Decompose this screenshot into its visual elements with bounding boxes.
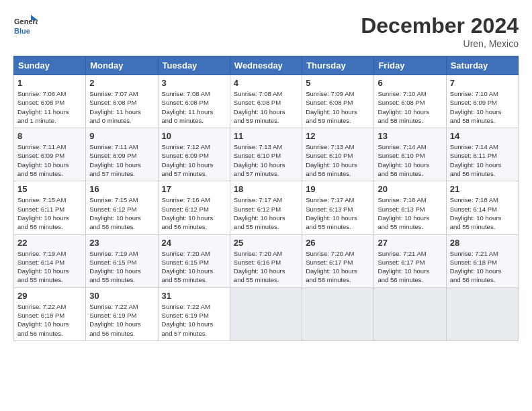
day-info: Sunrise: 7:10 AMSunset: 6:09 PMDaylight:… xyxy=(450,89,515,125)
calendar-cell xyxy=(374,287,446,340)
day-number: 27 xyxy=(378,238,442,248)
weekday-header-friday: Friday xyxy=(374,56,446,75)
calendar-cell: 6Sunrise: 7:10 AMSunset: 6:08 PMDaylight… xyxy=(374,75,446,128)
day-info: Sunrise: 7:09 AMSunset: 6:08 PMDaylight:… xyxy=(306,89,370,125)
calendar-cell: 19Sunrise: 7:17 AMSunset: 6:13 PMDayligh… xyxy=(302,181,374,234)
day-info: Sunrise: 7:21 AMSunset: 6:17 PMDaylight:… xyxy=(378,249,442,285)
day-info: Sunrise: 7:13 AMSunset: 6:10 PMDaylight:… xyxy=(306,142,370,178)
day-info: Sunrise: 7:22 AMSunset: 6:19 PMDaylight:… xyxy=(89,302,154,338)
logo-svg: General Blue xyxy=(13,13,38,38)
svg-text:Blue: Blue xyxy=(14,27,30,35)
calendar-week-row: 22Sunrise: 7:19 AMSunset: 6:14 PMDayligh… xyxy=(14,234,519,287)
calendar-cell: 11Sunrise: 7:13 AMSunset: 6:10 PMDayligh… xyxy=(230,128,302,181)
day-number: 24 xyxy=(162,238,226,248)
title-area: December 2024 Uren, Mexico xyxy=(361,13,519,49)
calendar-cell: 21Sunrise: 7:18 AMSunset: 6:14 PMDayligh… xyxy=(446,181,518,234)
location: Uren, Mexico xyxy=(361,38,519,49)
day-number: 21 xyxy=(450,184,515,194)
weekday-header-tuesday: Tuesday xyxy=(158,56,230,75)
weekday-header-saturday: Saturday xyxy=(446,56,518,75)
day-info: Sunrise: 7:12 AMSunset: 6:09 PMDaylight:… xyxy=(162,142,226,178)
day-info: Sunrise: 7:15 AMSunset: 6:11 PMDaylight:… xyxy=(17,195,82,231)
calendar-cell: 17Sunrise: 7:16 AMSunset: 6:12 PMDayligh… xyxy=(158,181,230,234)
day-number: 12 xyxy=(306,131,370,141)
calendar-cell: 22Sunrise: 7:19 AMSunset: 6:14 PMDayligh… xyxy=(14,234,86,287)
calendar-cell: 15Sunrise: 7:15 AMSunset: 6:11 PMDayligh… xyxy=(14,181,86,234)
day-info: Sunrise: 7:21 AMSunset: 6:18 PMDaylight:… xyxy=(450,249,515,285)
day-info: Sunrise: 7:18 AMSunset: 6:14 PMDaylight:… xyxy=(450,195,515,231)
day-info: Sunrise: 7:18 AMSunset: 6:13 PMDaylight:… xyxy=(378,195,442,231)
day-info: Sunrise: 7:11 AMSunset: 6:09 PMDaylight:… xyxy=(17,142,82,178)
calendar-cell: 24Sunrise: 7:20 AMSunset: 6:15 PMDayligh… xyxy=(158,234,230,287)
calendar-cell: 5Sunrise: 7:09 AMSunset: 6:08 PMDaylight… xyxy=(302,75,374,128)
calendar-week-row: 29Sunrise: 7:22 AMSunset: 6:18 PMDayligh… xyxy=(14,287,519,340)
day-info: Sunrise: 7:17 AMSunset: 6:12 PMDaylight:… xyxy=(234,195,298,231)
calendar-cell: 31Sunrise: 7:22 AMSunset: 6:19 PMDayligh… xyxy=(158,287,230,340)
day-number: 20 xyxy=(378,184,442,194)
day-number: 16 xyxy=(89,184,154,194)
calendar-cell: 8Sunrise: 7:11 AMSunset: 6:09 PMDaylight… xyxy=(14,128,86,181)
logo: General Blue xyxy=(13,13,38,38)
day-info: Sunrise: 7:11 AMSunset: 6:09 PMDaylight:… xyxy=(89,142,154,178)
day-number: 14 xyxy=(450,131,515,141)
day-info: Sunrise: 7:10 AMSunset: 6:08 PMDaylight:… xyxy=(378,89,442,125)
weekday-header-sunday: Sunday xyxy=(14,56,86,75)
calendar-cell: 25Sunrise: 7:20 AMSunset: 6:16 PMDayligh… xyxy=(230,234,302,287)
calendar-cell: 4Sunrise: 7:08 AMSunset: 6:08 PMDaylight… xyxy=(230,75,302,128)
calendar-week-row: 15Sunrise: 7:15 AMSunset: 6:11 PMDayligh… xyxy=(14,181,519,234)
day-number: 31 xyxy=(162,291,226,301)
day-number: 5 xyxy=(306,78,370,88)
day-info: Sunrise: 7:20 AMSunset: 6:17 PMDaylight:… xyxy=(306,249,370,285)
day-number: 22 xyxy=(17,238,82,248)
day-number: 28 xyxy=(450,238,515,248)
calendar-cell: 7Sunrise: 7:10 AMSunset: 6:09 PMDaylight… xyxy=(446,75,518,128)
calendar-cell: 1Sunrise: 7:06 AMSunset: 6:08 PMDaylight… xyxy=(14,75,86,128)
day-number: 6 xyxy=(378,78,442,88)
day-info: Sunrise: 7:22 AMSunset: 6:19 PMDaylight:… xyxy=(162,302,226,338)
day-number: 4 xyxy=(234,78,298,88)
weekday-header-monday: Monday xyxy=(86,56,158,75)
calendar-cell: 2Sunrise: 7:07 AMSunset: 6:08 PMDaylight… xyxy=(86,75,158,128)
calendar-cell xyxy=(230,287,302,340)
day-info: Sunrise: 7:08 AMSunset: 6:08 PMDaylight:… xyxy=(234,89,298,125)
day-number: 11 xyxy=(234,131,298,141)
day-number: 1 xyxy=(17,78,82,88)
day-info: Sunrise: 7:16 AMSunset: 6:12 PMDaylight:… xyxy=(162,195,226,231)
calendar-cell: 14Sunrise: 7:14 AMSunset: 6:11 PMDayligh… xyxy=(446,128,518,181)
calendar-cell: 28Sunrise: 7:21 AMSunset: 6:18 PMDayligh… xyxy=(446,234,518,287)
calendar-cell: 13Sunrise: 7:14 AMSunset: 6:10 PMDayligh… xyxy=(374,128,446,181)
calendar-cell xyxy=(446,287,518,340)
calendar-cell: 9Sunrise: 7:11 AMSunset: 6:09 PMDaylight… xyxy=(86,128,158,181)
day-info: Sunrise: 7:22 AMSunset: 6:18 PMDaylight:… xyxy=(17,302,82,338)
day-info: Sunrise: 7:14 AMSunset: 6:10 PMDaylight:… xyxy=(378,142,442,178)
calendar-cell: 16Sunrise: 7:15 AMSunset: 6:12 PMDayligh… xyxy=(86,181,158,234)
weekday-header-wednesday: Wednesday xyxy=(230,56,302,75)
day-info: Sunrise: 7:15 AMSunset: 6:12 PMDaylight:… xyxy=(89,195,154,231)
day-number: 2 xyxy=(89,78,154,88)
weekday-header-row: SundayMondayTuesdayWednesdayThursdayFrid… xyxy=(14,56,519,75)
day-number: 26 xyxy=(306,238,370,248)
calendar-cell: 26Sunrise: 7:20 AMSunset: 6:17 PMDayligh… xyxy=(302,234,374,287)
day-number: 13 xyxy=(378,131,442,141)
calendar-cell: 3Sunrise: 7:08 AMSunset: 6:08 PMDaylight… xyxy=(158,75,230,128)
calendar-cell: 27Sunrise: 7:21 AMSunset: 6:17 PMDayligh… xyxy=(374,234,446,287)
day-number: 8 xyxy=(17,131,82,141)
day-number: 23 xyxy=(89,238,154,248)
day-number: 17 xyxy=(162,184,226,194)
calendar-cell xyxy=(302,287,374,340)
day-info: Sunrise: 7:07 AMSunset: 6:08 PMDaylight:… xyxy=(89,89,154,125)
day-info: Sunrise: 7:17 AMSunset: 6:13 PMDaylight:… xyxy=(306,195,370,231)
day-number: 29 xyxy=(17,291,82,301)
day-number: 3 xyxy=(162,78,226,88)
calendar-cell: 18Sunrise: 7:17 AMSunset: 6:12 PMDayligh… xyxy=(230,181,302,234)
day-info: Sunrise: 7:08 AMSunset: 6:08 PMDaylight:… xyxy=(162,89,226,125)
calendar-cell: 10Sunrise: 7:12 AMSunset: 6:09 PMDayligh… xyxy=(158,128,230,181)
calendar-week-row: 1Sunrise: 7:06 AMSunset: 6:08 PMDaylight… xyxy=(14,75,519,128)
calendar-cell: 29Sunrise: 7:22 AMSunset: 6:18 PMDayligh… xyxy=(14,287,86,340)
calendar-cell: 12Sunrise: 7:13 AMSunset: 6:10 PMDayligh… xyxy=(302,128,374,181)
day-info: Sunrise: 7:19 AMSunset: 6:15 PMDaylight:… xyxy=(89,249,154,285)
calendar-cell: 20Sunrise: 7:18 AMSunset: 6:13 PMDayligh… xyxy=(374,181,446,234)
page-header: General Blue December 2024 Uren, Mexico xyxy=(13,13,519,49)
day-number: 19 xyxy=(306,184,370,194)
day-number: 10 xyxy=(162,131,226,141)
